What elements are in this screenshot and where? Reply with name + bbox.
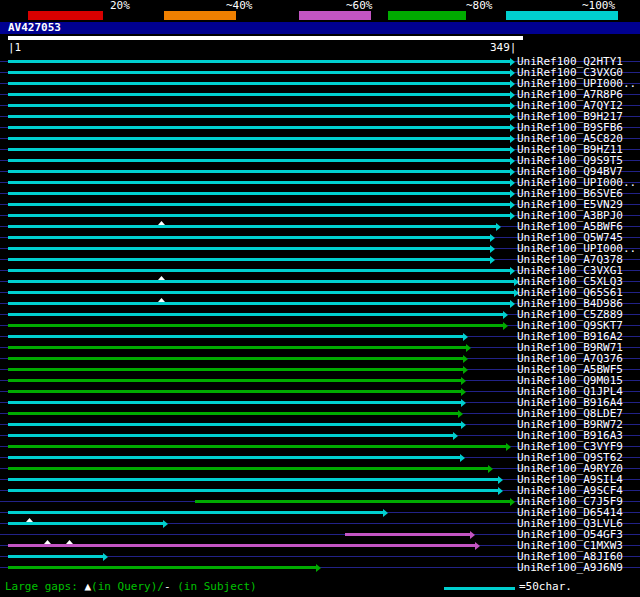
scale-label: ~40% [226,0,253,11]
alignment-bar[interactable] [8,280,514,283]
alignment-bar[interactable] [8,192,510,195]
alignment-bar[interactable] [8,390,461,393]
alignment-bar[interactable] [8,511,383,514]
alignment-bar[interactable] [8,313,503,316]
alignment-bar[interactable] [8,104,510,107]
alignment-bar[interactable] [8,423,461,426]
alignment-bar[interactable] [8,346,466,349]
arrow-head-icon [510,124,515,132]
arrow-head-icon [503,311,508,319]
alignment-bar[interactable] [8,456,460,459]
alignment-bar[interactable] [8,170,510,173]
alignment-bar[interactable] [8,324,503,327]
alignment-label[interactable]: UniRef100_A9J6N9 [517,562,623,573]
alignment-bar[interactable] [8,467,488,470]
alignment-bar[interactable] [8,489,498,492]
alignment-bar[interactable] [8,269,510,272]
alignment-bar[interactable] [8,357,463,360]
arrow-head-icon [490,234,495,242]
arrow-head-icon [510,498,515,506]
scale-label: ~80% [466,0,493,11]
alignment-bar[interactable] [8,236,490,239]
arrow-head-icon [503,322,508,330]
alignment-bar[interactable] [8,225,496,228]
alignment-bar[interactable] [8,203,510,206]
alignment-bar[interactable] [195,500,510,503]
arrow-head-icon [510,80,515,88]
alignment-bar[interactable] [8,434,453,437]
alignment-bar[interactable] [8,522,163,525]
arrow-head-icon [510,190,515,198]
arrow-head-icon [498,476,503,484]
gap-marker-icon [158,276,165,280]
alignment-bar[interactable] [8,566,316,569]
alignment-bar[interactable] [8,93,510,96]
alignment-bar[interactable] [8,214,510,217]
alignment-row[interactable]: UniRef100_A9J6N9 [0,562,640,573]
ruler-end-label: 349| [490,42,517,54]
alignment-bar[interactable] [8,247,490,250]
blast-alignment-overview: 20%~40%~60%~80%~100% AV427053 |1 349| Un… [0,0,640,597]
scale-label: ~60% [346,0,373,11]
arrow-head-icon [453,432,458,440]
legend-text-part: Large gaps: [5,580,84,593]
alignment-bar[interactable] [8,258,490,261]
scale-label: ~100% [582,0,615,11]
legend-text-part: - [164,580,177,593]
alignment-bar[interactable] [8,126,510,129]
alignment-bar[interactable] [345,533,470,536]
alignment-bar[interactable] [8,445,506,448]
alignment-bar[interactable] [8,412,458,415]
alignment-bar[interactable] [8,115,510,118]
gap-marker-icon [26,518,33,522]
arrow-head-icon [163,520,168,528]
arrow-head-icon [510,102,515,110]
alignment-bar[interactable] [8,60,510,63]
arrow-head-icon [461,377,466,385]
arrow-head-icon [461,388,466,396]
alignment-bar[interactable] [8,291,514,294]
alignment-bar[interactable] [8,71,510,74]
ruler-start-label: |1 [8,42,21,54]
alignment-bar[interactable] [8,159,510,162]
arrow-head-icon [463,355,468,363]
alignment-bar[interactable] [8,181,510,184]
arrow-head-icon [510,157,515,165]
scale-segment-magenta [299,11,371,20]
arrow-head-icon [103,553,108,561]
arrow-head-icon [461,421,466,429]
alignment-bar[interactable] [8,82,510,85]
alignment-bar[interactable] [8,148,510,151]
arrow-head-icon [475,542,480,550]
query-name: AV427053 [8,22,61,34]
legend-scale-text: =50char. [519,581,572,593]
scale-segment-cyan [506,11,618,20]
scale-label: 20% [110,0,130,11]
alignment-bar[interactable] [8,555,103,558]
arrow-head-icon [498,487,503,495]
arrow-head-icon [496,223,501,231]
arrow-head-icon [490,245,495,253]
arrow-head-icon [510,179,515,187]
arrow-head-icon [466,344,471,352]
alignment-bar[interactable] [8,368,463,371]
gap-marker-icon [66,540,73,544]
arrow-head-icon [510,91,515,99]
legend-text-part: (in Query)/ [91,580,164,593]
alignment-bar[interactable] [8,137,510,140]
arrow-head-icon [506,443,511,451]
arrow-head-icon [510,113,515,121]
arrow-head-icon [490,256,495,264]
alignment-bar[interactable] [8,401,461,404]
alignment-bar[interactable] [8,544,475,547]
alignment-bar[interactable] [8,478,498,481]
alignment-bar[interactable] [8,379,461,382]
scale-segment-orange [164,11,236,20]
gap-marker-icon [158,298,165,302]
legend-scale-line [444,587,515,590]
gap-marker-icon [158,221,165,225]
alignment-bar[interactable] [8,302,510,305]
arrow-head-icon [510,135,515,143]
arrow-head-icon [510,146,515,154]
alignment-bar[interactable] [8,335,463,338]
